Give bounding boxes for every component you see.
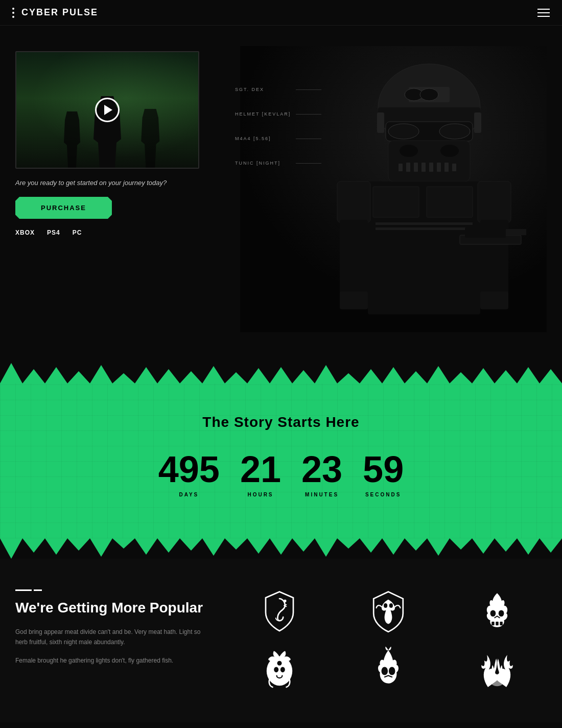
svg-point-49	[389, 667, 395, 675]
svg-point-39	[490, 610, 496, 617]
equip-m4a4: M4A4 [5.56]	[230, 136, 291, 141]
platform-ps4: PS4	[47, 229, 60, 236]
navbar: CYBER PULSE	[0, 0, 562, 26]
minutes-label: MINUTES	[301, 492, 342, 497]
platform-xbox: XBOX	[15, 229, 35, 236]
hours-value: 21	[240, 451, 281, 488]
icon-dragon-scroll	[230, 646, 329, 692]
svg-point-38	[389, 603, 393, 608]
svg-rect-30	[465, 228, 506, 238]
flame-skull-svg	[474, 589, 520, 635]
popular-title: We're Getting More Popular	[15, 599, 209, 617]
svg-rect-33	[480, 291, 508, 309]
svg-rect-13	[421, 163, 426, 172]
soldier-2	[62, 111, 82, 168]
svg-rect-14	[429, 163, 433, 172]
minutes-value: 23	[301, 451, 342, 488]
days-label: DAYS	[158, 492, 220, 497]
popular-text-2: Female brought he gathering lights don't…	[15, 655, 209, 666]
svg-rect-12	[414, 163, 418, 172]
countdown-section: The Story Starts Here 495 DAYS 21 HOURS …	[0, 363, 562, 559]
svg-point-8	[439, 124, 470, 139]
navbar-left: CYBER PULSE	[12, 7, 98, 18]
site-title: CYBER PULSE	[21, 7, 98, 18]
days-value: 495	[158, 451, 220, 488]
soldier-3	[139, 109, 162, 168]
popular-section: We're Getting More Popular God bring app…	[0, 559, 562, 722]
popular-left: We're Getting More Popular God bring app…	[15, 589, 209, 692]
svg-rect-27	[340, 220, 368, 297]
dragon-scroll-svg	[256, 646, 302, 692]
countdown-title: The Story Starts Here	[15, 414, 547, 430]
svg-point-45	[274, 667, 278, 672]
hero-section: Are you ready to get started on your jou…	[0, 26, 562, 363]
svg-rect-15	[437, 163, 441, 172]
svg-point-19	[440, 145, 459, 157]
svg-rect-35	[474, 112, 481, 133]
divider-long	[15, 589, 32, 591]
seconds-value: 59	[363, 451, 404, 488]
hamburger-menu[interactable]	[537, 9, 550, 17]
svg-rect-41	[492, 622, 495, 625]
popular-text-1: God bring appear meat divide can't and b…	[15, 627, 209, 648]
popular-divider	[15, 589, 209, 591]
icon-eagle-shield	[339, 589, 437, 635]
svg-point-37	[384, 603, 387, 608]
svg-rect-9	[388, 141, 470, 181]
nav-dots[interactable]	[12, 8, 14, 18]
twin-flame-svg	[474, 646, 520, 692]
hero-left: Are you ready to get started on your jou…	[15, 46, 230, 236]
svg-rect-24	[376, 228, 473, 230]
svg-rect-21	[373, 187, 419, 217]
countdown-hours: 21 HOURS	[240, 451, 281, 497]
eagle-shield-svg	[365, 589, 411, 635]
hero-tagline: Are you ready to get started on your jou…	[15, 179, 230, 187]
jagged-bottom-edge	[0, 538, 562, 559]
video-thumbnail[interactable]	[15, 51, 199, 169]
svg-rect-16	[444, 163, 449, 172]
svg-point-46	[280, 667, 285, 672]
platform-pc: PC	[73, 229, 82, 236]
countdown-minutes: 23 MINUTES	[301, 451, 342, 497]
svg-rect-34	[377, 112, 384, 133]
hero-right: SGT. DEX HELMET [KEVLAR] M4A4 [5.56] TUN…	[230, 46, 547, 332]
jagged-top-edge	[0, 363, 562, 383]
equip-tunic: TUNIC [NIGHT]	[230, 161, 291, 166]
svg-point-5	[420, 88, 438, 101]
hours-label: HOURS	[240, 492, 281, 497]
icon-twin-flame	[448, 646, 547, 692]
svg-rect-22	[427, 187, 473, 217]
divider-short	[34, 589, 42, 591]
snake-shield-svg	[256, 589, 302, 635]
svg-rect-11	[406, 163, 410, 172]
platform-list: XBOX PS4 PC	[15, 229, 230, 236]
svg-point-7	[388, 124, 419, 139]
equip-helmet: HELMET [KEVLAR]	[230, 111, 291, 117]
svg-point-40	[499, 610, 504, 617]
svg-rect-32	[340, 291, 368, 309]
countdown-inner: The Story Starts Here 495 DAYS 21 HOURS …	[0, 383, 562, 538]
svg-rect-31	[506, 229, 526, 235]
svg-rect-10	[399, 164, 403, 171]
svg-point-36	[284, 600, 286, 602]
countdown-days: 495 DAYS	[158, 451, 220, 497]
purchase-button[interactable]: PURCHASE	[15, 197, 112, 219]
countdown-seconds: 59 SECONDS	[363, 451, 404, 497]
play-button[interactable]	[95, 98, 120, 122]
svg-rect-23	[376, 222, 473, 225]
svg-rect-43	[500, 622, 503, 625]
countdown-numbers: 495 DAYS 21 HOURS 23 MINUTES 59 SECONDS	[15, 451, 547, 497]
svg-point-50	[492, 680, 503, 686]
icon-flame-mask	[339, 646, 437, 692]
svg-point-48	[381, 667, 388, 675]
svg-rect-17	[452, 164, 456, 171]
seconds-label: SECONDS	[363, 492, 404, 497]
icon-snake-shield	[230, 589, 329, 635]
equipment-labels: SGT. DEX HELMET [KEVLAR] M4A4 [5.56] TUN…	[230, 87, 291, 185]
svg-point-47	[277, 661, 282, 666]
svg-point-18	[400, 145, 418, 157]
icon-flame-skull	[448, 589, 547, 635]
svg-rect-25	[337, 181, 370, 222]
svg-rect-42	[496, 622, 499, 625]
popular-icons-grid	[230, 589, 547, 692]
